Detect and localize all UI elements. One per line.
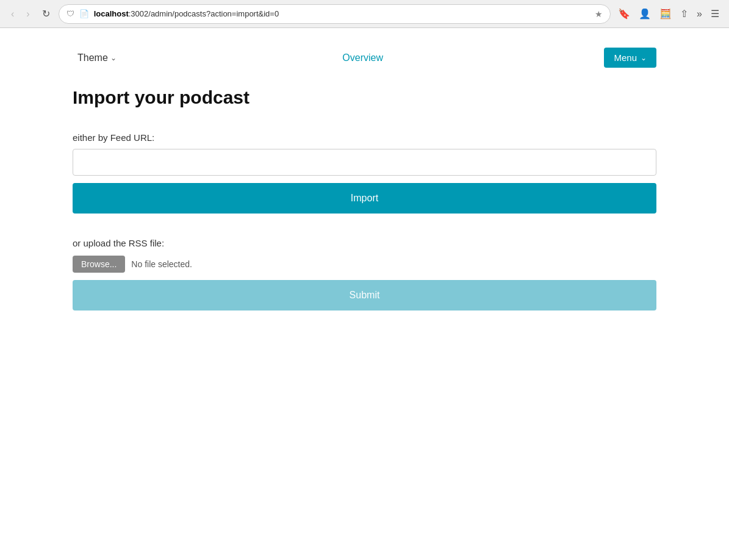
more-tools-icon[interactable]: » — [694, 6, 705, 22]
import-button[interactable]: Import — [73, 183, 656, 214]
menu-button[interactable]: Menu ⌄ — [604, 48, 656, 68]
no-file-label: No file selected. — [131, 259, 192, 269]
url-text[interactable]: localhost:3002/admin/podcasts?action=imp… — [94, 9, 590, 18]
menu-chevron-icon: ⌄ — [641, 54, 647, 62]
browse-button[interactable]: Browse... — [73, 256, 125, 273]
extension-icon[interactable]: 🧮 — [657, 5, 674, 22]
navbar: Theme ⌄ Overview Menu ⌄ — [73, 40, 656, 75]
back-button[interactable]: ‹ — [7, 7, 18, 21]
hamburger-menu-icon[interactable]: ☰ — [708, 5, 722, 22]
feed-url-label: either by Feed URL: — [73, 132, 656, 143]
file-upload-row: Browse... No file selected. — [73, 256, 656, 273]
page-icon: 📄 — [79, 9, 89, 18]
rss-upload-section: or upload the RSS file: Browse... No fil… — [73, 238, 656, 311]
bookmark-icon[interactable]: ★ — [595, 9, 603, 19]
profile-icon[interactable]: 👤 — [636, 5, 653, 22]
feed-url-section: either by Feed URL: Import — [73, 132, 656, 214]
address-bar: 🛡 📄 localhost:3002/admin/podcasts?action… — [59, 4, 611, 24]
main-content: Import your podcast either by Feed URL: … — [73, 87, 656, 311]
page-content: Theme ⌄ Overview Menu ⌄ Import your podc… — [0, 28, 729, 335]
page-title: Import your podcast — [73, 87, 656, 108]
overview-link[interactable]: Overview — [342, 52, 383, 63]
reload-button[interactable]: ↻ — [38, 7, 54, 21]
theme-label: Theme — [77, 52, 108, 63]
share-icon[interactable]: ⇧ — [678, 5, 691, 22]
shield-icon: 🛡 — [66, 9, 74, 18]
browser-chrome: ‹ › ↻ 🛡 📄 localhost:3002/admin/podcasts?… — [0, 0, 729, 28]
upload-label: or upload the RSS file: — [73, 238, 656, 248]
theme-dropdown[interactable]: Theme ⌄ — [73, 50, 121, 66]
submit-button[interactable]: Submit — [73, 280, 656, 311]
menu-label: Menu — [614, 52, 637, 63]
browser-actions: 🔖 👤 🧮 ⇧ » ☰ — [616, 5, 722, 22]
feed-url-input[interactable] — [73, 149, 656, 176]
chevron-down-icon: ⌄ — [110, 54, 117, 62]
forward-button[interactable]: › — [23, 7, 33, 21]
pocket-icon[interactable]: 🔖 — [616, 5, 633, 22]
